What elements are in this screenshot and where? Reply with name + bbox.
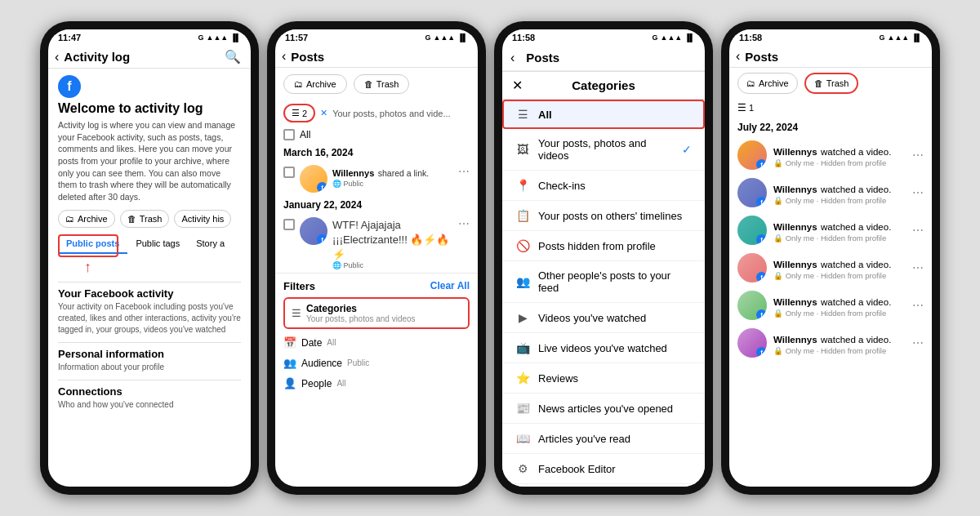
cat-item-posts-photos[interactable]: 🖼 Your posts, photos and videos ✓ [502,129,705,171]
video-action-4: watched a video. [821,260,891,269]
trash-tab-label-4: Trash [826,78,849,88]
p1-page-title: Activity log [64,50,130,64]
status-time-4: 11:58 [739,33,762,42]
filter-categories-sub: Your posts, photos and videos [306,314,461,323]
phone4-screen: 11:58 G ▲▲▲ ▐▌ ‹ Posts 🗂 Archive 🗑 Tras [729,29,932,487]
cat-item-fb-editor[interactable]: ⚙ Facebook Editor [502,454,705,484]
cat-icon-live: 📺 [515,341,530,354]
p2-archive-tab[interactable]: 🗂 Archive [283,74,347,94]
categories-list: ☰ All 🖼 Your posts, photos and videos ✓ … [502,100,705,487]
video-more-6[interactable]: ⋯ [912,336,924,349]
cat-item-news[interactable]: 📰 News articles you've opened [502,394,705,424]
cat-label-videos: Videos you've watched [538,312,692,324]
lock-icon-3: 🔒 [773,234,783,242]
cat-item-live-videos[interactable]: 📺 Live videos you've watched [502,333,705,363]
cat-item-others-posts[interactable]: 👥 Other people's posts to your feed [502,261,705,303]
video-name-3: Willennys [773,222,817,232]
story-tab[interactable]: Story a [188,234,233,254]
phone1: 11:47 G ▲▲▲ ▐▌ ‹ Activity log 🔍 f Welcom… [40,21,259,495]
post-avatar-2: f [300,217,327,245]
search-icon-1[interactable]: 🔍 [225,49,241,64]
post-date-2: January 22, 2024 [275,196,478,214]
lock-icon-6: 🔒 [773,346,783,355]
all-checkbox[interactable] [283,129,295,140]
filter-count-btn[interactable]: ☰ 2 [283,104,315,122]
post-date-1: March 16, 2024 [275,144,478,162]
filters-label: Filters [283,280,315,292]
video-more-4[interactable]: ⋯ [912,261,924,274]
public-posts-tab[interactable]: Public posts [58,234,127,254]
video-action-3: watched a video. [821,222,891,232]
fb-badge-v3: f [756,234,767,245]
post-more-1[interactable]: ⋯ [458,165,470,178]
cat-label-reviews: Reviews [538,372,692,385]
fb-badge-v2: f [756,197,767,207]
chip-close[interactable]: ✕ [320,108,327,118]
cat-item-all[interactable]: ☰ All [502,100,705,129]
post-checkbox-2[interactable] [283,219,295,230]
filter-count-icon[interactable]: ☰ [737,102,746,113]
lock-icon-1: 🔒 [773,158,783,167]
back-button-4[interactable]: ‹ [736,49,740,64]
post-checkbox-1[interactable] [283,167,295,178]
cat-item-others-timelines[interactable]: 📋 Your posts on others' timelines [502,201,705,231]
section-connections: Connections Who and how you've connected [58,385,241,411]
section-facebook-activity: Your Facebook activity Your activity on … [58,287,241,336]
trash-icon: 🗑 [127,214,136,224]
back-button-2[interactable]: ‹ [282,49,286,64]
cat-item-videos[interactable]: ▶ Videos you've watched [502,303,705,333]
categories-close-btn[interactable]: ✕ [512,78,523,93]
welcome-desc: Activity log is where you can view and m… [58,119,241,203]
archive-label: Archive [78,214,108,224]
filter-date-item[interactable]: 📅 Date All [283,332,470,353]
categories-header: ✕ Categories [502,72,705,100]
post-content-1: Willennys shared a link. 🌐 Public [332,165,453,188]
cat-item-reviews[interactable]: ⭐ Reviews [502,363,705,394]
video-more-3[interactable]: ⋯ [912,224,924,237]
p4-archive-tab[interactable]: 🗂 Archive [737,73,798,94]
archive-action-tab[interactable]: 🗂 Archive [58,210,115,228]
video-content-6: Willennys watched a video. 🔒 Only me · H… [773,331,906,355]
p3-behind-tabs: ‹ Posts [502,46,705,71]
filter-audience-item[interactable]: 👥 Audience Public [283,353,470,373]
cat-label-all: All [538,109,692,121]
cat-item-articles[interactable]: 📖 Articles you've read [502,424,705,454]
fb-badge-1: f [317,182,327,193]
clear-all-btn[interactable]: Clear All [430,280,470,292]
filter-count-row: ☰ 1 [729,99,932,117]
back-button-3[interactable]: ‹ [510,51,514,65]
all-check[interactable]: All [275,126,478,144]
p2-trash-tab[interactable]: 🗑 Trash [354,74,410,94]
activity-history-tab[interactable]: Activity his [174,210,231,228]
trash-action-tab[interactable]: 🗑 Trash [120,210,170,228]
cat-icon-news: 📰 [515,402,530,415]
filter-audience-label: Audience [301,358,342,369]
cat-item-checkins[interactable]: 📍 Check-ins [502,171,705,201]
video-action-6: watched a video. [821,335,891,345]
p4-trash-tab[interactable]: 🗑 Trash [804,73,859,94]
activity-hist-label: Activity his [181,214,224,224]
filter-categories-item[interactable]: ☰ Categories Your posts, photos and vide… [283,297,470,329]
cat-icon-fb-editor: ⚙ [515,462,530,475]
video-more-1[interactable]: ⋯ [912,149,924,162]
p2-header: ‹ Posts [275,46,478,68]
p2-page-title: Posts [291,50,324,64]
filter-people-label: People [301,378,332,389]
video-more-2[interactable]: ⋯ [912,186,924,199]
section-desc-2: Information about your profile [58,362,241,373]
cat-item-hidden[interactable]: 🚫 Posts hidden from profile [502,231,705,261]
video-meta-3: 🔒 Only me · Hidden from profile [773,234,906,242]
lock-icon-5: 🔒 [773,309,783,318]
public-tags-tab[interactable]: Public tags [127,234,188,254]
post-item-2: f WTF! Ajajajaja ¡¡¡Electrizante!!! 🔥⚡🔥⚡… [275,214,478,273]
video-content-2: Willennys watched a video. 🔒 Only me · H… [773,181,906,205]
all-label: All [300,129,310,140]
video-more-5[interactable]: ⋯ [912,299,924,312]
video-meta-1: 🔒 Only me · Hidden from profile [773,158,906,167]
video-item-1: f Willennys watched a video. 🔒 Only me ·… [729,136,932,174]
post-item-1: f Willennys shared a link. 🌐 Public ⋯ [275,162,478,196]
post-more-2[interactable]: ⋯ [458,217,470,230]
cat-item-collaborations[interactable]: 🤝 Collaborations [502,484,705,487]
back-button-1[interactable]: ‹ [55,50,59,64]
filter-people-item[interactable]: 👤 People All [283,373,470,394]
